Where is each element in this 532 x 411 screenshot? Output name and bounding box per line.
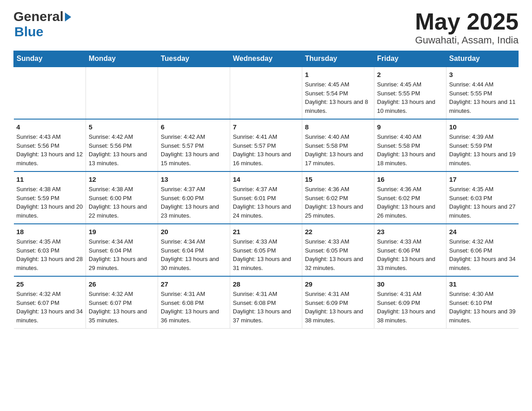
calendar-cell: 28Sunrise: 4:31 AMSunset: 6:08 PMDayligh… <box>230 276 302 329</box>
day-info: Sunrise: 4:40 AMSunset: 5:58 PMDaylight:… <box>305 133 371 167</box>
calendar-cell: 27Sunrise: 4:31 AMSunset: 6:08 PMDayligh… <box>158 276 230 329</box>
day-number: 20 <box>161 228 227 235</box>
week-row-4: 18Sunrise: 4:35 AMSunset: 6:03 PMDayligh… <box>14 224 519 276</box>
day-info: Sunrise: 4:31 AMSunset: 6:08 PMDaylight:… <box>161 290 227 325</box>
day-number: 26 <box>89 280 155 288</box>
day-info: Sunrise: 4:31 AMSunset: 6:09 PMDaylight:… <box>305 290 371 325</box>
day-number: 13 <box>161 176 227 183</box>
day-number: 27 <box>161 280 227 288</box>
day-number: 30 <box>377 280 443 288</box>
calendar-subtitle: Guwahati, Assam, India <box>415 34 519 46</box>
calendar-cell: 20Sunrise: 4:34 AMSunset: 6:04 PMDayligh… <box>158 224 230 276</box>
calendar-cell: 6Sunrise: 4:42 AMSunset: 5:57 PMDaylight… <box>158 119 230 171</box>
calendar-cell: 24Sunrise: 4:32 AMSunset: 6:06 PMDayligh… <box>446 224 519 276</box>
calendar-cell: 1Sunrise: 4:45 AMSunset: 5:54 PMDaylight… <box>302 67 374 119</box>
page-header: General Blue May 2025 Guwahati, Assam, I… <box>13 9 519 46</box>
day-info: Sunrise: 4:43 AMSunset: 5:56 PMDaylight:… <box>17 133 83 167</box>
col-wednesday: Wednesday <box>230 51 302 67</box>
day-number: 10 <box>449 123 516 131</box>
day-info: Sunrise: 4:34 AMSunset: 6:04 PMDaylight:… <box>89 237 155 272</box>
calendar-cell: 3Sunrise: 4:44 AMSunset: 5:55 PMDaylight… <box>446 67 519 119</box>
calendar-cell <box>86 67 158 119</box>
logo-blue: Blue <box>14 24 43 39</box>
logo-general: General <box>13 9 64 24</box>
day-info: Sunrise: 4:35 AMSunset: 6:03 PMDaylight:… <box>449 185 516 220</box>
day-info: Sunrise: 4:33 AMSunset: 6:06 PMDaylight:… <box>377 237 443 272</box>
day-number: 16 <box>377 176 443 183</box>
day-number: 29 <box>305 280 371 288</box>
calendar-cell: 18Sunrise: 4:35 AMSunset: 6:03 PMDayligh… <box>14 224 86 276</box>
week-row-1: 1Sunrise: 4:45 AMSunset: 5:54 PMDaylight… <box>14 67 519 119</box>
calendar-cell: 31Sunrise: 4:30 AMSunset: 6:10 PMDayligh… <box>446 276 519 329</box>
day-number: 19 <box>89 228 155 235</box>
day-info: Sunrise: 4:38 AMSunset: 6:00 PMDaylight:… <box>89 185 155 220</box>
calendar-cell: 14Sunrise: 4:37 AMSunset: 6:01 PMDayligh… <box>230 171 302 224</box>
calendar-table: Sunday Monday Tuesday Wednesday Thursday… <box>13 51 519 329</box>
calendar-cell: 12Sunrise: 4:38 AMSunset: 6:00 PMDayligh… <box>86 171 158 224</box>
col-thursday: Thursday <box>302 51 374 67</box>
col-sunday: Sunday <box>14 51 86 67</box>
col-friday: Friday <box>374 51 446 67</box>
day-info: Sunrise: 4:32 AMSunset: 6:07 PMDaylight:… <box>89 290 155 325</box>
calendar-cell <box>14 67 86 119</box>
day-info: Sunrise: 4:42 AMSunset: 5:56 PMDaylight:… <box>89 133 155 167</box>
day-info: Sunrise: 4:33 AMSunset: 6:05 PMDaylight:… <box>233 237 299 272</box>
calendar-cell: 23Sunrise: 4:33 AMSunset: 6:06 PMDayligh… <box>374 224 446 276</box>
day-info: Sunrise: 4:36 AMSunset: 6:02 PMDaylight:… <box>377 185 443 220</box>
day-number: 1 <box>305 71 371 78</box>
day-info: Sunrise: 4:33 AMSunset: 6:05 PMDaylight:… <box>305 237 371 272</box>
day-info: Sunrise: 4:41 AMSunset: 5:57 PMDaylight:… <box>233 133 299 167</box>
calendar-cell: 26Sunrise: 4:32 AMSunset: 6:07 PMDayligh… <box>86 276 158 329</box>
calendar-cell: 10Sunrise: 4:39 AMSunset: 5:59 PMDayligh… <box>446 119 519 171</box>
day-info: Sunrise: 4:45 AMSunset: 5:55 PMDaylight:… <box>377 80 443 115</box>
calendar-cell: 2Sunrise: 4:45 AMSunset: 5:55 PMDaylight… <box>374 67 446 119</box>
calendar-cell: 30Sunrise: 4:31 AMSunset: 6:09 PMDayligh… <box>374 276 446 329</box>
day-number: 15 <box>305 176 371 183</box>
calendar-cell: 17Sunrise: 4:35 AMSunset: 6:03 PMDayligh… <box>446 171 519 224</box>
day-number: 28 <box>233 280 299 288</box>
col-tuesday: Tuesday <box>158 51 230 67</box>
calendar-cell: 16Sunrise: 4:36 AMSunset: 6:02 PMDayligh… <box>374 171 446 224</box>
week-row-3: 11Sunrise: 4:38 AMSunset: 5:59 PMDayligh… <box>14 171 519 224</box>
week-row-5: 25Sunrise: 4:32 AMSunset: 6:07 PMDayligh… <box>14 276 519 329</box>
day-info: Sunrise: 4:35 AMSunset: 6:03 PMDaylight:… <box>17 237 83 272</box>
day-info: Sunrise: 4:42 AMSunset: 5:57 PMDaylight:… <box>161 133 227 167</box>
calendar-cell: 22Sunrise: 4:33 AMSunset: 6:05 PMDayligh… <box>302 224 374 276</box>
day-number: 23 <box>377 228 443 235</box>
day-number: 5 <box>89 123 155 131</box>
calendar-cell: 19Sunrise: 4:34 AMSunset: 6:04 PMDayligh… <box>86 224 158 276</box>
day-number: 17 <box>449 176 516 183</box>
calendar-cell: 15Sunrise: 4:36 AMSunset: 6:02 PMDayligh… <box>302 171 374 224</box>
logo: General Blue <box>13 9 71 39</box>
day-info: Sunrise: 4:37 AMSunset: 6:00 PMDaylight:… <box>161 185 227 220</box>
calendar-cell: 8Sunrise: 4:40 AMSunset: 5:58 PMDaylight… <box>302 119 374 171</box>
header-row: Sunday Monday Tuesday Wednesday Thursday… <box>14 51 519 67</box>
day-number: 21 <box>233 228 299 235</box>
day-info: Sunrise: 4:31 AMSunset: 6:08 PMDaylight:… <box>233 290 299 325</box>
calendar-cell: 5Sunrise: 4:42 AMSunset: 5:56 PMDaylight… <box>86 119 158 171</box>
day-number: 2 <box>377 71 443 78</box>
day-number: 8 <box>305 123 371 131</box>
day-info: Sunrise: 4:37 AMSunset: 6:01 PMDaylight:… <box>233 185 299 220</box>
day-number: 9 <box>377 123 443 131</box>
day-number: 14 <box>233 176 299 183</box>
day-info: Sunrise: 4:39 AMSunset: 5:59 PMDaylight:… <box>449 133 516 167</box>
day-info: Sunrise: 4:44 AMSunset: 5:55 PMDaylight:… <box>449 80 516 115</box>
calendar-cell: 9Sunrise: 4:40 AMSunset: 5:58 PMDaylight… <box>374 119 446 171</box>
calendar-header: Sunday Monday Tuesday Wednesday Thursday… <box>14 51 519 67</box>
day-info: Sunrise: 4:34 AMSunset: 6:04 PMDaylight:… <box>161 237 227 272</box>
calendar-cell: 13Sunrise: 4:37 AMSunset: 6:00 PMDayligh… <box>158 171 230 224</box>
day-info: Sunrise: 4:36 AMSunset: 6:02 PMDaylight:… <box>305 185 371 220</box>
day-number: 3 <box>449 71 516 78</box>
day-info: Sunrise: 4:45 AMSunset: 5:54 PMDaylight:… <box>305 80 371 115</box>
calendar-cell: 29Sunrise: 4:31 AMSunset: 6:09 PMDayligh… <box>302 276 374 329</box>
col-monday: Monday <box>86 51 158 67</box>
day-number: 7 <box>233 123 299 131</box>
calendar-cell: 4Sunrise: 4:43 AMSunset: 5:56 PMDaylight… <box>14 119 86 171</box>
day-info: Sunrise: 4:40 AMSunset: 5:58 PMDaylight:… <box>377 133 443 167</box>
day-number: 12 <box>89 176 155 183</box>
title-block: May 2025 Guwahati, Assam, India <box>415 9 519 46</box>
calendar-cell: 21Sunrise: 4:33 AMSunset: 6:05 PMDayligh… <box>230 224 302 276</box>
day-info: Sunrise: 4:31 AMSunset: 6:09 PMDaylight:… <box>377 290 443 325</box>
day-number: 22 <box>305 228 371 235</box>
